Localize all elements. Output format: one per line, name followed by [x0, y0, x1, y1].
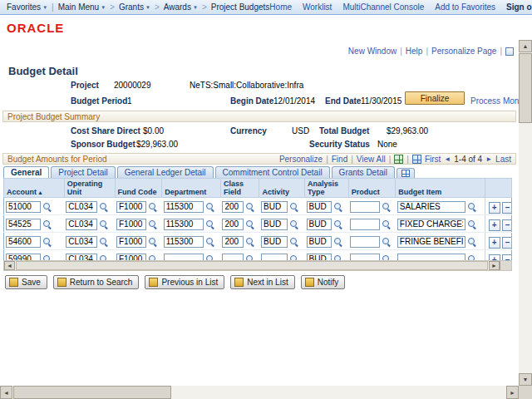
lookup-icon[interactable]: [147, 236, 158, 247]
account-input[interactable]: [6, 219, 41, 230]
grid-scroll-left-button[interactable]: ◄: [4, 261, 15, 270]
new-window-link[interactable]: New Window: [348, 47, 397, 56]
main-menu[interactable]: Main Menu ▼: [58, 2, 106, 12]
add-row-button[interactable]: +: [489, 237, 500, 249]
lookup-icon[interactable]: [147, 219, 158, 229]
next-in-list-button[interactable]: Next in List: [230, 275, 294, 289]
zoom-grid-icon[interactable]: [412, 155, 421, 164]
breadcrumb-item-awards[interactable]: Awards ▼: [164, 2, 198, 12]
analysis-type-input[interactable]: [307, 219, 332, 230]
column-header-account[interactable]: Account▲: [4, 179, 65, 198]
lookup-icon[interactable]: [98, 219, 109, 229]
lookup-icon[interactable]: [244, 236, 255, 247]
scroll-right-button[interactable]: ►: [506, 386, 519, 399]
column-header-analysis-type[interactable]: Analysis Type: [305, 179, 349, 198]
grid-scroll-right-button[interactable]: ►: [489, 261, 500, 270]
first-arrow-icon[interactable]: ◄: [444, 155, 451, 163]
lookup-icon[interactable]: [288, 219, 299, 229]
lookup-icon[interactable]: [466, 201, 477, 212]
lookup-icon[interactable]: [332, 219, 343, 229]
add-row-button[interactable]: +: [489, 219, 500, 231]
budget-item-input[interactable]: [397, 219, 466, 230]
save-button[interactable]: Save: [5, 275, 47, 289]
column-header-operating-unit[interactable]: Operating Unit: [64, 179, 115, 198]
grid-scroll-thumb[interactable]: [16, 261, 488, 270]
activity-input[interactable]: [261, 201, 288, 213]
lookup-icon[interactable]: [381, 201, 392, 212]
previous-in-list-button[interactable]: Previous in List: [145, 275, 224, 289]
lookup-icon[interactable]: [147, 201, 158, 212]
lookup-icon[interactable]: [204, 201, 215, 212]
budget-item-input[interactable]: [397, 236, 466, 248]
department-input[interactable]: [164, 236, 204, 248]
fund-code-input[interactable]: [116, 201, 146, 213]
lookup-icon[interactable]: [244, 201, 255, 212]
column-header-budget-item[interactable]: Budget Item: [396, 179, 485, 198]
department-input[interactable]: [164, 219, 204, 230]
horizontal-scroll-thumb[interactable]: [13, 386, 171, 399]
column-header-activity[interactable]: Activity: [259, 179, 305, 198]
sign-out-link[interactable]: Sign out: [506, 2, 532, 12]
account-input[interactable]: [6, 201, 41, 213]
analysis-type-input[interactable]: [307, 201, 332, 213]
find-link[interactable]: Find: [332, 155, 347, 164]
tab-general[interactable]: General: [3, 166, 49, 178]
lookup-icon[interactable]: [332, 201, 343, 212]
lookup-icon[interactable]: [42, 201, 52, 212]
return-to-search-button[interactable]: Return to Search: [53, 275, 140, 289]
class-field-input[interactable]: [222, 201, 244, 213]
add-row-button[interactable]: +: [489, 202, 500, 214]
view-all-link[interactable]: View All: [357, 155, 386, 164]
vertical-scrollbar[interactable]: ▲ ▼: [519, 40, 532, 386]
budget-item-input[interactable]: [397, 201, 466, 213]
column-header-fund-code[interactable]: Fund Code: [115, 179, 162, 198]
last-link[interactable]: Last: [495, 155, 511, 164]
activity-input[interactable]: [261, 236, 288, 248]
department-input[interactable]: [164, 201, 204, 213]
analysis-type-input[interactable]: [307, 236, 332, 248]
favorites-menu[interactable]: Favorites ▼: [7, 2, 47, 12]
multichannel-console-link[interactable]: MultiChannel Console: [342, 2, 424, 12]
breadcrumb-item-project-budgets[interactable]: Project Budgets: [211, 2, 270, 12]
lookup-icon[interactable]: [42, 236, 52, 247]
lookup-icon[interactable]: [98, 236, 109, 247]
tab-commitment-control-detail[interactable]: Commitment Control Detail: [215, 166, 330, 178]
vertical-scroll-thumb[interactable]: [519, 53, 532, 123]
remove-row-button[interactable]: −: [502, 202, 512, 214]
lookup-icon[interactable]: [288, 236, 299, 247]
remove-row-button[interactable]: −: [502, 237, 512, 249]
remove-row-button[interactable]: −: [502, 219, 512, 231]
lookup-icon[interactable]: [244, 219, 255, 229]
copy-url-icon[interactable]: [505, 47, 514, 56]
lookup-icon[interactable]: [288, 201, 299, 212]
class-field-input[interactable]: [222, 219, 244, 230]
lookup-icon[interactable]: [466, 236, 477, 247]
tab-grants-detail[interactable]: Grants Detail: [332, 166, 395, 178]
operating-unit-input[interactable]: [66, 236, 97, 248]
column-header-class-field[interactable]: Class Field: [220, 179, 259, 198]
horizontal-scrollbar[interactable]: ◄ ►: [0, 386, 519, 399]
scroll-up-button[interactable]: ▲: [519, 40, 532, 52]
scroll-left-button[interactable]: ◄: [0, 386, 12, 399]
product-input[interactable]: [350, 236, 380, 248]
lookup-icon[interactable]: [466, 219, 477, 229]
scroll-down-button[interactable]: ▼: [519, 373, 532, 386]
column-header-product[interactable]: Product: [348, 179, 396, 198]
class-field-input[interactable]: [222, 236, 244, 248]
worklist-link[interactable]: Worklist: [303, 2, 332, 12]
activity-input[interactable]: [261, 219, 288, 230]
lookup-icon[interactable]: [204, 219, 215, 229]
download-icon[interactable]: [394, 155, 403, 164]
breadcrumb-item-grants[interactable]: Grants ▼: [119, 2, 150, 12]
add-to-favorites-link[interactable]: Add to Favorites: [435, 2, 495, 12]
home-link[interactable]: Home: [269, 2, 292, 12]
help-link[interactable]: Help: [406, 47, 423, 56]
operating-unit-input[interactable]: [66, 201, 97, 213]
tab-general-ledger-detail[interactable]: General Ledger Detail: [117, 166, 214, 178]
product-input[interactable]: [350, 201, 380, 213]
operating-unit-input[interactable]: [66, 219, 97, 230]
lookup-icon[interactable]: [332, 236, 343, 247]
product-input[interactable]: [350, 219, 380, 230]
notify-button[interactable]: Notify: [301, 275, 346, 289]
tab-show-all-columns[interactable]: [397, 168, 415, 178]
